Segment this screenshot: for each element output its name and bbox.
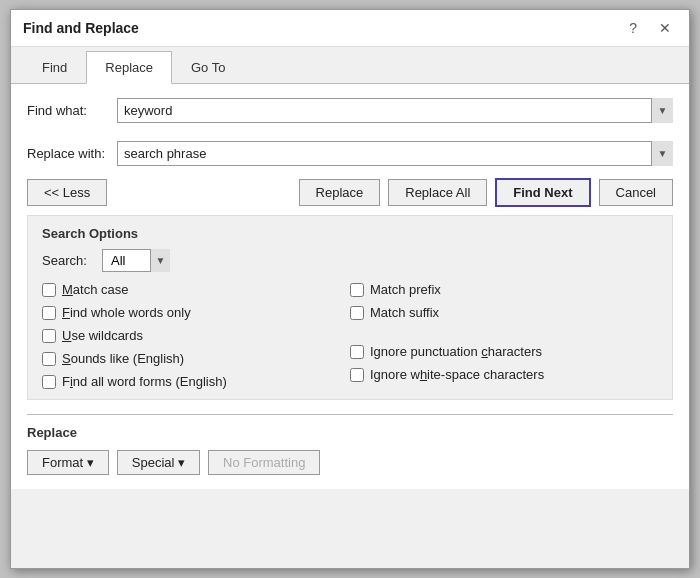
format-button[interactable]: Format ▾ — [27, 450, 109, 475]
section-divider — [27, 414, 673, 415]
match-prefix-checkbox[interactable] — [350, 283, 364, 297]
format-buttons-row: Format ▾ Special ▾ No Formatting — [27, 450, 673, 475]
word-forms-row[interactable]: Find all word forms (English) — [42, 374, 350, 389]
replace-with-label: Replace with: — [27, 146, 117, 161]
find-replace-dialog: Find and Replace ? ✕ Find Replace Go To … — [10, 9, 690, 569]
less-button[interactable]: << Less — [27, 179, 107, 206]
match-case-row[interactable]: Match case — [42, 282, 350, 297]
find-what-dropdown[interactable]: ▼ — [651, 98, 673, 123]
find-what-label: Find what: — [27, 103, 117, 118]
options-col-2: Match prefix Match suffix Ignore punctua… — [350, 282, 658, 389]
wildcards-label: Use wildcards — [62, 328, 143, 343]
match-prefix-row[interactable]: Match prefix — [350, 282, 658, 297]
tab-find[interactable]: Find — [23, 51, 86, 83]
sounds-like-label: Sounds like (English) — [62, 351, 184, 366]
word-forms-label: Find all word forms (English) — [62, 374, 227, 389]
match-case-label: Match case — [62, 282, 129, 297]
find-what-row: Find what: ▼ — [27, 98, 673, 123]
sounds-like-row[interactable]: Sounds like (English) — [42, 351, 350, 366]
special-button[interactable]: Special ▾ — [117, 450, 200, 475]
search-select-wrap: All Up Down ▼ — [102, 249, 170, 272]
title-bar: Find and Replace ? ✕ — [11, 10, 689, 47]
ignore-space-label: Ignore white-space characters — [370, 367, 544, 382]
replace-with-input-wrap: ▼ — [117, 141, 673, 166]
wildcards-row[interactable]: Use wildcards — [42, 328, 350, 343]
whole-words-checkbox[interactable] — [42, 306, 56, 320]
find-next-button[interactable]: Find Next — [495, 178, 590, 207]
ignore-space-checkbox[interactable] — [350, 368, 364, 382]
match-suffix-checkbox[interactable] — [350, 306, 364, 320]
no-formatting-button[interactable]: No Formatting — [208, 450, 320, 475]
find-what-input[interactable] — [117, 98, 673, 123]
match-case-checkbox[interactable] — [42, 283, 56, 297]
action-buttons-row: << Less Replace Replace All Find Next Ca… — [27, 178, 673, 207]
replace-button[interactable]: Replace — [299, 179, 381, 206]
search-options-label: Search Options — [42, 226, 658, 241]
replace-with-row: Replace with: ▼ — [27, 141, 673, 166]
word-forms-checkbox[interactable] — [42, 375, 56, 389]
help-button[interactable]: ? — [623, 18, 643, 38]
search-select[interactable]: All Up Down — [102, 249, 170, 272]
find-what-input-wrap: ▼ — [117, 98, 673, 123]
search-select-row: Search: All Up Down ▼ — [42, 249, 658, 272]
whole-words-label: Find whole words only — [62, 305, 191, 320]
replace-section-label: Replace — [27, 425, 673, 440]
ignore-punct-label: Ignore punctuation characters — [370, 344, 542, 359]
replace-with-dropdown[interactable]: ▼ — [651, 141, 673, 166]
dialog-content: Find what: ▼ Replace with: ▼ << Less Rep… — [11, 84, 689, 489]
search-label: Search: — [42, 253, 102, 268]
match-suffix-row[interactable]: Match suffix — [350, 305, 658, 320]
replace-all-button[interactable]: Replace All — [388, 179, 487, 206]
ignore-punct-row[interactable]: Ignore punctuation characters — [350, 344, 658, 359]
match-suffix-label: Match suffix — [370, 305, 439, 320]
options-grid: Match case Find whole words only Use wil… — [42, 282, 658, 389]
ignore-space-row[interactable]: Ignore white-space characters — [350, 367, 658, 382]
whole-words-row[interactable]: Find whole words only — [42, 305, 350, 320]
dialog-title: Find and Replace — [23, 20, 139, 36]
tab-replace[interactable]: Replace — [86, 51, 172, 84]
close-button[interactable]: ✕ — [653, 18, 677, 38]
ignore-punct-checkbox[interactable] — [350, 345, 364, 359]
sounds-like-checkbox[interactable] — [42, 352, 56, 366]
cancel-button[interactable]: Cancel — [599, 179, 673, 206]
wildcards-checkbox[interactable] — [42, 329, 56, 343]
search-options-area: Search Options Search: All Up Down ▼ — [27, 215, 673, 400]
title-controls: ? ✕ — [623, 18, 677, 38]
tab-goto[interactable]: Go To — [172, 51, 244, 83]
match-prefix-label: Match prefix — [370, 282, 441, 297]
options-col-1: Match case Find whole words only Use wil… — [42, 282, 350, 389]
replace-with-input[interactable] — [117, 141, 673, 166]
tab-bar: Find Replace Go To — [11, 47, 689, 84]
